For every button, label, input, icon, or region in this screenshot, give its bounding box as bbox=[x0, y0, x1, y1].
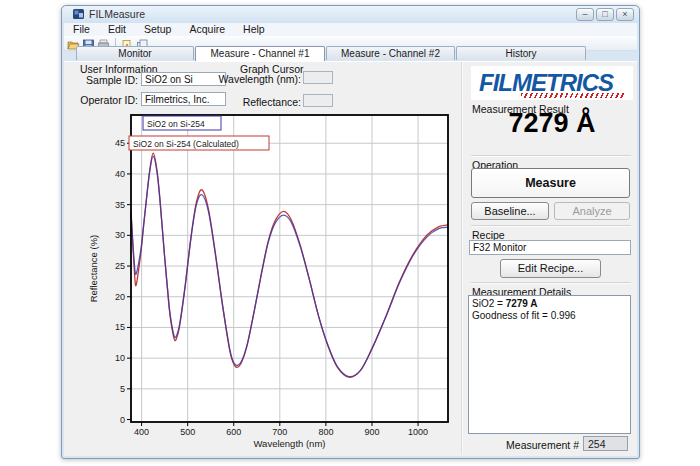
y-tick-label: 15 bbox=[115, 322, 125, 332]
filmetrics-logo-hatch bbox=[521, 93, 625, 98]
analyze-button[interactable]: Analyze bbox=[554, 202, 630, 220]
separator bbox=[471, 282, 631, 284]
app-window: FILMeasure – □ × FileEditSetupAcquireHel… bbox=[61, 5, 640, 459]
y-tick-label: 5 bbox=[120, 384, 125, 394]
panel-divider bbox=[461, 62, 463, 454]
measurement-number-value: 254 bbox=[583, 436, 628, 451]
menu-item-help[interactable]: Help bbox=[234, 23, 274, 36]
x-tick-label: 800 bbox=[318, 427, 333, 437]
measure-button[interactable]: Measure bbox=[471, 168, 630, 198]
window-controls: – □ × bbox=[576, 8, 634, 21]
separator bbox=[471, 225, 631, 227]
menu-item-acquire[interactable]: Acquire bbox=[180, 23, 234, 36]
menu-item-edit[interactable]: Edit bbox=[99, 23, 135, 36]
titlebar[interactable]: FILMeasure – □ × bbox=[62, 6, 639, 23]
legend-label: SiO2 on Si-254 bbox=[147, 119, 205, 129]
x-tick-label: 400 bbox=[134, 427, 149, 437]
plot-background bbox=[131, 115, 448, 422]
close-button[interactable]: × bbox=[616, 8, 634, 21]
legend-label: SiO2 on Si-254 (Calculated) bbox=[133, 139, 239, 149]
minimize-button[interactable]: – bbox=[576, 8, 594, 21]
tab-history[interactable]: History bbox=[456, 46, 586, 60]
menu-item-file[interactable]: File bbox=[64, 23, 99, 36]
screenshot-canvas: FILMeasure – □ × FileEditSetupAcquireHel… bbox=[0, 0, 700, 466]
y-tick-label: 45 bbox=[115, 138, 125, 148]
filmetrics-logo: FILMETRICS bbox=[471, 66, 633, 100]
app-icon bbox=[73, 8, 85, 20]
cursor-wavelength-label: Wavelength (nm): bbox=[214, 73, 301, 85]
maximize-button[interactable]: □ bbox=[596, 8, 614, 21]
y-tick-label: 0 bbox=[120, 415, 125, 425]
measurement-result-value: 7279 Å bbox=[471, 108, 633, 139]
menu-item-setup[interactable]: Setup bbox=[135, 23, 180, 36]
y-tick-label: 30 bbox=[115, 230, 125, 240]
x-axis-label: Wavelength (nm) bbox=[254, 438, 326, 449]
menubar: FileEditSetupAcquireHelp bbox=[64, 23, 637, 36]
y-tick-label: 40 bbox=[115, 169, 125, 179]
measurement-number-label: Measurement # bbox=[494, 439, 579, 451]
tab-page-measure-channel-1: User Information Sample ID: Operator ID:… bbox=[64, 61, 637, 456]
y-tick-label: 20 bbox=[115, 292, 125, 302]
y-tick-label: 25 bbox=[115, 261, 125, 271]
tab-measure-channel-2[interactable]: Measure - Channel #2 bbox=[326, 46, 455, 60]
cursor-wavelength-value bbox=[303, 71, 333, 84]
sample-id-label: Sample ID: bbox=[74, 74, 138, 86]
reflectance-spectrum-chart[interactable]: 4005006007008009001000051015202530354045… bbox=[88, 103, 460, 455]
y-tick-label: 35 bbox=[115, 200, 125, 210]
y-tick-label: 10 bbox=[115, 353, 125, 363]
detail-line-thickness: SiO2 = 7279 A bbox=[472, 298, 627, 310]
x-tick-label: 500 bbox=[180, 427, 195, 437]
edit-recipe-button[interactable]: Edit Recipe... bbox=[500, 259, 601, 278]
y-axis-label: Reflectance (%) bbox=[88, 235, 99, 303]
tab-measure-channel-1[interactable]: Measure - Channel #1 bbox=[195, 46, 325, 61]
x-tick-label: 900 bbox=[364, 427, 379, 437]
recipe-input[interactable] bbox=[469, 240, 631, 255]
tabstrip: MonitorMeasure - Channel #1Measure - Cha… bbox=[64, 46, 637, 61]
tab-monitor[interactable]: Monitor bbox=[76, 46, 194, 60]
measurement-details-list[interactable]: SiO2 = 7279 A Goodness of fit = 0.996 bbox=[468, 295, 631, 434]
x-tick-label: 1000 bbox=[408, 427, 428, 437]
x-tick-label: 700 bbox=[272, 427, 287, 437]
window-title: FILMeasure bbox=[89, 8, 145, 20]
x-tick-label: 600 bbox=[226, 427, 241, 437]
baseline-button[interactable]: Baseline... bbox=[471, 202, 549, 220]
separator bbox=[471, 155, 631, 157]
detail-line-gof: Goodness of fit = 0.996 bbox=[472, 310, 627, 322]
